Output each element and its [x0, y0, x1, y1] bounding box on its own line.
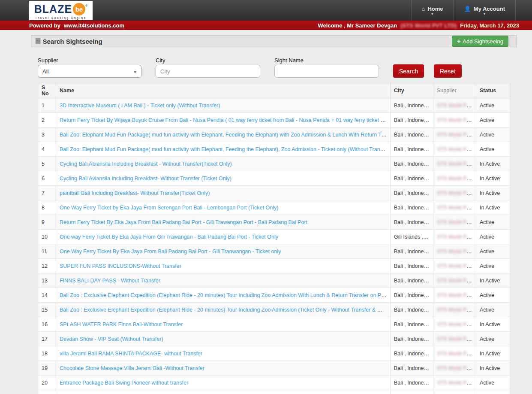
cell-status: In Active [476, 157, 510, 171]
supplier-redacted-text: STS World Pvt L... [437, 132, 476, 138]
reset-button[interactable]: Reset [434, 64, 462, 78]
sightseeing-name-link[interactable]: Bali Zoo : Exclusive Elephant Expedition… [60, 307, 391, 313]
supplier-redacted-text: STS World Pvt L... [437, 205, 476, 211]
supplier-redacted-text: STS World Pvt L... [437, 307, 476, 313]
cell-supplier: STS World Pvt L... [433, 113, 476, 127]
col-sno: S No [38, 83, 56, 98]
table-header-row: S No Name City Supplier Status [38, 83, 510, 98]
sightseeing-name-link[interactable]: Entrance Package Bali Swing Pioneer-with… [60, 380, 188, 386]
table-row: 7paintball Bali Including Breakfast- Wit… [38, 186, 510, 200]
cell-sno: 11 [38, 244, 56, 259]
col-status: Status [476, 83, 510, 98]
cell-sno: 4 [38, 142, 56, 157]
supplier-redacted-text: STS World Pvt L... [437, 321, 476, 327]
city-label: City [156, 57, 165, 64]
logo-be-badge: be [73, 3, 85, 15]
supplier-label: Supplier [38, 57, 58, 64]
table-row: 16SPLASH WATER PARK Finns Bali-Without T… [38, 317, 510, 332]
supplier-redacted-text: STS World Pvt L... [437, 380, 476, 386]
cell-status: Active [476, 230, 510, 244]
cell-supplier: STS World Pvt L... [433, 230, 476, 244]
sightseeing-name-link[interactable]: Chocolate Stone Massage Villa Jerami Bal… [60, 365, 204, 371]
cell-sno: 3 [38, 127, 56, 142]
supplier-select[interactable]: All [38, 65, 141, 78]
add-sightseeing-label: Add Sightseeing [463, 38, 503, 45]
nav-home[interactable]: ⌂ Home ▼ [411, 0, 454, 21]
sightseeing-name-link[interactable]: paintball Bali Including Breakfast- With… [60, 190, 210, 196]
cell-name: Cycling Bali Aviansila Including Breakfa… [56, 171, 391, 186]
sightseeing-name-link[interactable]: One Way Ferry Ticket by Eka Jaya From Se… [60, 205, 278, 211]
cell-supplier: STS World Pvt L... [433, 376, 476, 390]
sightseeing-name-link[interactable]: Return Ferry Ticket By Wijaya Buyuk Crui… [60, 117, 391, 123]
cell-city: Bali , Indonesia [391, 288, 433, 303]
sightseeing-name-link[interactable]: villa Jerami Bali RAMA SHINTA PACKAGE- w… [60, 351, 202, 357]
cell-name: Cycling Bali Abiansila Including Breakfa… [56, 157, 391, 171]
sightseeing-name-link[interactable]: SUPER FUN PASS INCLUSIONS-Without Transf… [60, 263, 181, 269]
table-row: 10One way Ferry Ticket By Eka Jaya From … [38, 230, 510, 244]
sightseeing-name-link[interactable]: Bali Zoo : Exclusive Elephant Expedition… [60, 292, 391, 298]
cell-city: Bali , Indonesia [391, 361, 433, 376]
cell-status: In Active [476, 346, 510, 361]
cell-empty [433, 390, 476, 394]
sightseeing-name-link[interactable]: Cycling Bali Aviansila Including Breakfa… [60, 176, 231, 182]
cell-status: In Active [476, 317, 510, 332]
nav-my-account[interactable]: 👤 My Account ▼ [454, 0, 516, 21]
cell-empty [476, 390, 510, 394]
cell-status: Active [476, 113, 510, 127]
user-icon: 👤 [464, 6, 471, 12]
table-row: 8One Way Ferry Ticket by Eka Jaya From S… [38, 200, 510, 215]
cell-status: Active [476, 215, 510, 230]
sight-name-input[interactable] [274, 65, 379, 78]
supplier-redacted-text: STS World Pvt L... [437, 278, 476, 284]
cell-sno: 18 [38, 346, 56, 361]
sightseeing-name-link[interactable]: SPLASH WATER PARK Finns Bali-Without Tra… [60, 321, 183, 327]
sightseeing-table: S No Name City Supplier Status 13D Inter… [38, 83, 510, 394]
page-title: ☰ Search Sightseeing [35, 37, 102, 45]
table-row: 4Bali Zoo: Elephant Mud Fun Package( mud… [38, 142, 510, 157]
sightseeing-name-link[interactable]: FINNS BALI DAY PASS - Without Transfer [60, 278, 160, 284]
home-icon: ⌂ [422, 6, 425, 12]
cell-supplier: STS World Pvt L... [433, 346, 476, 361]
cell-sno: 1 [38, 98, 56, 113]
cell-city: Bali , Indonesia [391, 157, 433, 171]
table-row-partial [38, 390, 510, 394]
it4tsolutions-link[interactable]: www.it4tsolutions.com [64, 22, 124, 29]
sightseeing-name-link[interactable]: Return Ferry Ticket By Eka Jaya From Bal… [60, 219, 307, 225]
cell-city: Bali , Indonesia [391, 273, 433, 288]
cell-supplier: STS World Pvt L... [433, 157, 476, 171]
col-city: City [391, 83, 433, 98]
cell-status: Active [476, 303, 510, 317]
cell-status: Active [476, 376, 510, 390]
sightseeing-name-link[interactable]: 3D Interractive Museum ( I AM Bali ) - T… [60, 103, 220, 109]
sightseeing-name-link[interactable]: One Way Ferry Ticket By Eka Jaya From Ba… [60, 249, 281, 255]
sightseeing-name-link[interactable]: One way Ferry Ticket By Eka Jaya From Gi… [60, 234, 278, 240]
supplier-redacted-text: STS World Pvt L... [437, 351, 476, 357]
sightseeing-name-link[interactable]: Bali Zoo: Elephant Mud Fun Package( mud … [60, 132, 391, 138]
table-row: 17Devdan Show - VIP Seat (Without Transf… [38, 332, 510, 346]
table-row: 20Entrance Package Bali Swing Pioneer-wi… [38, 376, 510, 390]
cell-status: Active [476, 332, 510, 346]
search-button[interactable]: Search [393, 64, 424, 78]
city-input[interactable] [156, 65, 260, 78]
table-row: 6Cycling Bali Aviansila Including Breakf… [38, 171, 510, 186]
supplier-redacted-text: STS World Pvt L... [437, 234, 476, 240]
cell-name: Bali Zoo : Exclusive Elephant Expedition… [56, 288, 391, 303]
add-sightseeing-button[interactable]: + Add Sightseeing [452, 36, 508, 47]
cell-city: Bali , Indonesia [391, 142, 433, 157]
sightseeing-name-link[interactable]: Bali Zoo: Elephant Mud Fun Package( mud … [60, 146, 391, 152]
table-row: 18villa Jerami Bali RAMA SHINTA PACKAGE-… [38, 346, 510, 361]
blaze-logo: BLAZE be ® Travel Booking Engine [29, 1, 93, 20]
cell-name: paintball Bali Including Breakfast- With… [56, 186, 391, 200]
cell-name: SPLASH WATER PARK Finns Bali-Without Tra… [56, 317, 391, 332]
sightseeing-name-link[interactable]: Cycling Bali Abiansila Including Breakfa… [60, 161, 232, 167]
cell-supplier: STS World Pvt L... [433, 303, 476, 317]
cell-supplier: STS World Pvt L... [433, 259, 476, 273]
table-row: 15Bali Zoo : Exclusive Elephant Expediti… [38, 303, 510, 317]
cell-supplier: STS World Pvt L... [433, 171, 476, 186]
col-name: Name [56, 83, 391, 98]
cell-name: Bali Zoo: Elephant Mud Fun Package( mud … [56, 127, 391, 142]
table-row: 2Return Ferry Ticket By Wijaya Buyuk Cru… [38, 113, 510, 127]
cell-name: 3D Interractive Museum ( I AM Bali ) - T… [56, 98, 391, 113]
cell-status: Active [476, 288, 510, 303]
sightseeing-name-link[interactable]: Devdan Show - VIP Seat (Without Transfer… [60, 336, 163, 342]
